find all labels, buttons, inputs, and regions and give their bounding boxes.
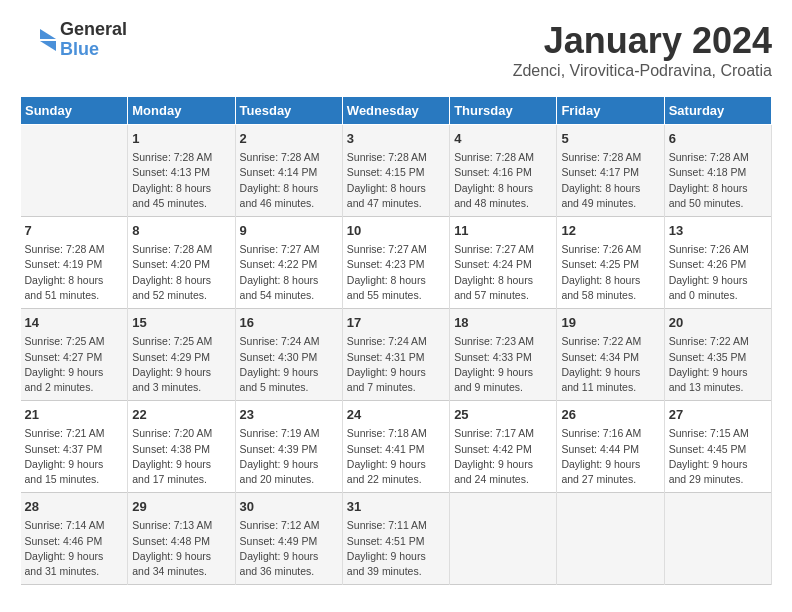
- day-number: 19: [561, 314, 659, 332]
- day-number: 7: [25, 222, 124, 240]
- day-info: Sunrise: 7:27 AM Sunset: 4:22 PM Dayligh…: [240, 242, 338, 303]
- day-number: 1: [132, 130, 230, 148]
- day-cell-31: 31Sunrise: 7:11 AM Sunset: 4:51 PM Dayli…: [342, 493, 449, 585]
- day-number: 3: [347, 130, 445, 148]
- weekday-header-wednesday: Wednesday: [342, 97, 449, 125]
- day-cell-29: 29Sunrise: 7:13 AM Sunset: 4:48 PM Dayli…: [128, 493, 235, 585]
- day-info: Sunrise: 7:28 AM Sunset: 4:20 PM Dayligh…: [132, 242, 230, 303]
- day-info: Sunrise: 7:28 AM Sunset: 4:18 PM Dayligh…: [669, 150, 767, 211]
- day-number: 8: [132, 222, 230, 240]
- day-info: Sunrise: 7:20 AM Sunset: 4:38 PM Dayligh…: [132, 426, 230, 487]
- empty-cell: [21, 125, 128, 217]
- day-info: Sunrise: 7:28 AM Sunset: 4:15 PM Dayligh…: [347, 150, 445, 211]
- day-cell-14: 14Sunrise: 7:25 AM Sunset: 4:27 PM Dayli…: [21, 309, 128, 401]
- logo: General Blue: [20, 20, 127, 60]
- day-cell-11: 11Sunrise: 7:27 AM Sunset: 4:24 PM Dayli…: [450, 217, 557, 309]
- day-number: 20: [669, 314, 767, 332]
- day-number: 24: [347, 406, 445, 424]
- empty-cell: [450, 493, 557, 585]
- day-cell-13: 13Sunrise: 7:26 AM Sunset: 4:26 PM Dayli…: [664, 217, 771, 309]
- week-row-2: 7Sunrise: 7:28 AM Sunset: 4:19 PM Daylig…: [21, 217, 772, 309]
- day-number: 9: [240, 222, 338, 240]
- day-number: 21: [25, 406, 124, 424]
- day-info: Sunrise: 7:25 AM Sunset: 4:29 PM Dayligh…: [132, 334, 230, 395]
- day-number: 6: [669, 130, 767, 148]
- day-number: 26: [561, 406, 659, 424]
- day-info: Sunrise: 7:11 AM Sunset: 4:51 PM Dayligh…: [347, 518, 445, 579]
- day-cell-27: 27Sunrise: 7:15 AM Sunset: 4:45 PM Dayli…: [664, 401, 771, 493]
- day-info: Sunrise: 7:28 AM Sunset: 4:14 PM Dayligh…: [240, 150, 338, 211]
- day-cell-6: 6Sunrise: 7:28 AM Sunset: 4:18 PM Daylig…: [664, 125, 771, 217]
- day-info: Sunrise: 7:18 AM Sunset: 4:41 PM Dayligh…: [347, 426, 445, 487]
- day-cell-21: 21Sunrise: 7:21 AM Sunset: 4:37 PM Dayli…: [21, 401, 128, 493]
- logo-general: General: [60, 20, 127, 40]
- weekday-header-sunday: Sunday: [21, 97, 128, 125]
- day-number: 13: [669, 222, 767, 240]
- empty-cell: [664, 493, 771, 585]
- day-number: 31: [347, 498, 445, 516]
- day-number: 17: [347, 314, 445, 332]
- day-number: 23: [240, 406, 338, 424]
- weekday-header-monday: Monday: [128, 97, 235, 125]
- day-cell-18: 18Sunrise: 7:23 AM Sunset: 4:33 PM Dayli…: [450, 309, 557, 401]
- day-cell-25: 25Sunrise: 7:17 AM Sunset: 4:42 PM Dayli…: [450, 401, 557, 493]
- title-block: January 2024 Zdenci, Virovitica-Podravin…: [513, 20, 772, 80]
- day-info: Sunrise: 7:28 AM Sunset: 4:16 PM Dayligh…: [454, 150, 552, 211]
- day-number: 28: [25, 498, 124, 516]
- day-info: Sunrise: 7:25 AM Sunset: 4:27 PM Dayligh…: [25, 334, 124, 395]
- day-info: Sunrise: 7:23 AM Sunset: 4:33 PM Dayligh…: [454, 334, 552, 395]
- day-cell-3: 3Sunrise: 7:28 AM Sunset: 4:15 PM Daylig…: [342, 125, 449, 217]
- day-info: Sunrise: 7:22 AM Sunset: 4:35 PM Dayligh…: [669, 334, 767, 395]
- day-info: Sunrise: 7:19 AM Sunset: 4:39 PM Dayligh…: [240, 426, 338, 487]
- month-title: January 2024: [513, 20, 772, 62]
- day-info: Sunrise: 7:12 AM Sunset: 4:49 PM Dayligh…: [240, 518, 338, 579]
- day-info: Sunrise: 7:28 AM Sunset: 4:17 PM Dayligh…: [561, 150, 659, 211]
- week-row-4: 21Sunrise: 7:21 AM Sunset: 4:37 PM Dayli…: [21, 401, 772, 493]
- weekday-header-thursday: Thursday: [450, 97, 557, 125]
- day-info: Sunrise: 7:21 AM Sunset: 4:37 PM Dayligh…: [25, 426, 124, 487]
- day-cell-26: 26Sunrise: 7:16 AM Sunset: 4:44 PM Dayli…: [557, 401, 664, 493]
- day-info: Sunrise: 7:13 AM Sunset: 4:48 PM Dayligh…: [132, 518, 230, 579]
- day-info: Sunrise: 7:24 AM Sunset: 4:31 PM Dayligh…: [347, 334, 445, 395]
- day-info: Sunrise: 7:17 AM Sunset: 4:42 PM Dayligh…: [454, 426, 552, 487]
- location-title: Zdenci, Virovitica-Podravina, Croatia: [513, 62, 772, 80]
- logo-icon: [20, 25, 56, 55]
- day-number: 25: [454, 406, 552, 424]
- day-number: 12: [561, 222, 659, 240]
- day-info: Sunrise: 7:28 AM Sunset: 4:19 PM Dayligh…: [25, 242, 124, 303]
- week-row-3: 14Sunrise: 7:25 AM Sunset: 4:27 PM Dayli…: [21, 309, 772, 401]
- day-info: Sunrise: 7:24 AM Sunset: 4:30 PM Dayligh…: [240, 334, 338, 395]
- day-number: 4: [454, 130, 552, 148]
- day-cell-8: 8Sunrise: 7:28 AM Sunset: 4:20 PM Daylig…: [128, 217, 235, 309]
- day-number: 10: [347, 222, 445, 240]
- day-info: Sunrise: 7:26 AM Sunset: 4:26 PM Dayligh…: [669, 242, 767, 303]
- day-number: 22: [132, 406, 230, 424]
- logo-blue: Blue: [60, 40, 127, 60]
- weekday-header-row: SundayMondayTuesdayWednesdayThursdayFrid…: [21, 97, 772, 125]
- day-number: 30: [240, 498, 338, 516]
- weekday-header-friday: Friday: [557, 97, 664, 125]
- day-number: 15: [132, 314, 230, 332]
- svg-rect-0: [20, 25, 56, 55]
- day-cell-20: 20Sunrise: 7:22 AM Sunset: 4:35 PM Dayli…: [664, 309, 771, 401]
- day-cell-22: 22Sunrise: 7:20 AM Sunset: 4:38 PM Dayli…: [128, 401, 235, 493]
- day-number: 27: [669, 406, 767, 424]
- day-cell-15: 15Sunrise: 7:25 AM Sunset: 4:29 PM Dayli…: [128, 309, 235, 401]
- day-cell-28: 28Sunrise: 7:14 AM Sunset: 4:46 PM Dayli…: [21, 493, 128, 585]
- calendar-table: SundayMondayTuesdayWednesdayThursdayFrid…: [20, 96, 772, 585]
- day-number: 11: [454, 222, 552, 240]
- day-info: Sunrise: 7:15 AM Sunset: 4:45 PM Dayligh…: [669, 426, 767, 487]
- day-cell-23: 23Sunrise: 7:19 AM Sunset: 4:39 PM Dayli…: [235, 401, 342, 493]
- day-info: Sunrise: 7:28 AM Sunset: 4:13 PM Dayligh…: [132, 150, 230, 211]
- day-info: Sunrise: 7:27 AM Sunset: 4:24 PM Dayligh…: [454, 242, 552, 303]
- day-cell-19: 19Sunrise: 7:22 AM Sunset: 4:34 PM Dayli…: [557, 309, 664, 401]
- day-cell-4: 4Sunrise: 7:28 AM Sunset: 4:16 PM Daylig…: [450, 125, 557, 217]
- day-info: Sunrise: 7:27 AM Sunset: 4:23 PM Dayligh…: [347, 242, 445, 303]
- day-cell-9: 9Sunrise: 7:27 AM Sunset: 4:22 PM Daylig…: [235, 217, 342, 309]
- day-info: Sunrise: 7:22 AM Sunset: 4:34 PM Dayligh…: [561, 334, 659, 395]
- day-cell-17: 17Sunrise: 7:24 AM Sunset: 4:31 PM Dayli…: [342, 309, 449, 401]
- day-cell-12: 12Sunrise: 7:26 AM Sunset: 4:25 PM Dayli…: [557, 217, 664, 309]
- day-cell-30: 30Sunrise: 7:12 AM Sunset: 4:49 PM Dayli…: [235, 493, 342, 585]
- week-row-5: 28Sunrise: 7:14 AM Sunset: 4:46 PM Dayli…: [21, 493, 772, 585]
- day-number: 18: [454, 314, 552, 332]
